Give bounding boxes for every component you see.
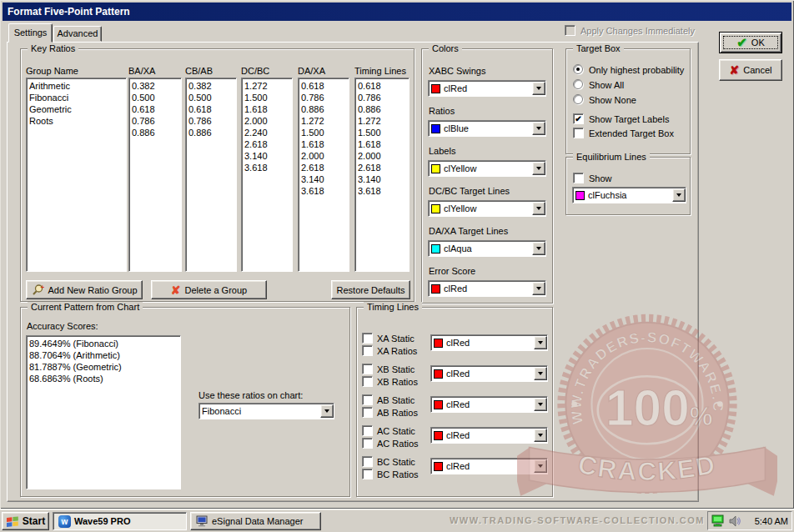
radio-button[interactable]	[573, 79, 583, 89]
list-item[interactable]: 1.618	[244, 103, 291, 115]
list-item[interactable]: 0.500	[188, 92, 235, 103]
color-combo[interactable]: clYellow	[428, 200, 546, 217]
list-item[interactable]: 1.272	[244, 80, 291, 92]
radio-button[interactable]	[573, 64, 583, 74]
list-item[interactable]: 2.618	[358, 162, 408, 173]
restore-defaults-button[interactable]: Restore Defaults	[331, 280, 410, 299]
ok-button[interactable]: ✔ OK	[719, 32, 782, 53]
list-item[interactable]: 88.7064% (Arithmetic)	[29, 349, 179, 361]
list-item[interactable]: 2.618	[301, 162, 348, 173]
title-bar[interactable]: Format Five-Point Pattern	[3, 3, 791, 21]
list-item[interactable]: 81.7887% (Geometric)	[29, 361, 179, 373]
dropdown-arrow-icon[interactable]	[534, 367, 547, 380]
list-item[interactable]: 0.786	[358, 92, 408, 103]
list-item[interactable]: 1.618	[301, 138, 348, 150]
static-checkbox[interactable]	[362, 425, 373, 436]
ratios-checkbox[interactable]	[362, 438, 373, 449]
list-item[interactable]: 0.886	[132, 127, 180, 138]
ratio-listbox[interactable]: 0.6180.7860.8861.2721.5001.6182.0002.618…	[354, 78, 410, 272]
list-item[interactable]: 0.500	[132, 92, 180, 103]
list-item[interactable]: 0.886	[358, 103, 408, 115]
list-item[interactable]: 0.618	[358, 80, 408, 92]
list-item[interactable]: 2.000	[301, 150, 348, 162]
static-checkbox[interactable]	[362, 394, 373, 405]
list-item[interactable]: 1.618	[358, 138, 408, 150]
network-status-icon[interactable]	[711, 514, 726, 528]
dropdown-arrow-icon[interactable]	[532, 162, 545, 175]
timing-color-combo[interactable]: clRed	[430, 396, 548, 413]
static-checkbox[interactable]	[362, 364, 373, 374]
list-item[interactable]: Arithmetic	[29, 80, 125, 92]
tab-advanced[interactable]: Advanced	[53, 26, 102, 42]
ratios-checkbox[interactable]	[362, 376, 373, 387]
dropdown-arrow-icon[interactable]	[532, 82, 545, 95]
volume-icon[interactable]	[728, 514, 741, 528]
list-item[interactable]: 89.4649% (Fibonacci)	[29, 338, 179, 349]
list-item[interactable]: 0.786	[188, 115, 235, 127]
tab-settings[interactable]: Settings	[8, 23, 53, 43]
ratios-checkbox[interactable]	[362, 407, 373, 418]
list-item[interactable]: 0.886	[188, 127, 235, 138]
list-item[interactable]: 1.500	[358, 127, 408, 138]
list-item[interactable]: 1.500	[244, 92, 291, 103]
target-box-checkbox[interactable]	[573, 128, 584, 138]
list-item[interactable]: 0.886	[301, 103, 348, 115]
list-item[interactable]: 3.140	[301, 173, 348, 185]
add-ratio-group-button[interactable]: + Add New Ratio Group	[26, 280, 143, 299]
list-item[interactable]: 3.618	[244, 162, 291, 173]
dropdown-arrow-icon[interactable]	[672, 188, 686, 202]
list-item[interactable]: 0.382	[188, 80, 235, 92]
cancel-button[interactable]: ✘ Cancel	[719, 59, 782, 81]
ratio-listbox[interactable]: 0.6180.7860.8861.2721.5001.6182.0002.618…	[298, 78, 349, 272]
timing-color-combo[interactable]: clRed	[430, 427, 548, 444]
list-item[interactable]: 0.786	[132, 115, 180, 127]
list-item[interactable]: 0.382	[132, 80, 180, 92]
color-combo[interactable]: clAqua	[428, 240, 546, 257]
ratio-listbox[interactable]: 0.3820.5000.6180.7860.886	[128, 78, 182, 272]
radio-button[interactable]	[573, 94, 583, 104]
list-item[interactable]: 3.618	[358, 185, 408, 197]
list-item[interactable]: Geometric	[29, 103, 125, 115]
dropdown-arrow-icon[interactable]	[532, 202, 545, 215]
list-item[interactable]: 3.140	[244, 150, 291, 162]
dropdown-arrow-icon[interactable]	[534, 398, 547, 411]
ratio-listbox[interactable]: 1.2721.5001.6182.0002.2402.6183.1403.618	[241, 78, 293, 272]
dropdown-arrow-icon[interactable]	[320, 404, 334, 418]
ratio-listbox[interactable]: ArithmeticFibonacciGeometricRoots	[26, 78, 127, 272]
accuracy-scores-listbox[interactable]: 89.4649% (Fibonacci)88.7064% (Arithmetic…	[26, 335, 181, 489]
list-item[interactable]: 0.618	[132, 103, 180, 115]
list-item[interactable]: 0.786	[301, 92, 348, 103]
color-combo[interactable]: clRed	[428, 80, 546, 97]
list-item[interactable]: Roots	[29, 115, 125, 127]
delete-group-button[interactable]: ✘ Delete a Group	[151, 280, 267, 299]
list-item[interactable]: Fibonacci	[29, 92, 125, 103]
list-item[interactable]: 68.6863% (Roots)	[29, 373, 179, 384]
timing-color-combo[interactable]: clRed	[430, 365, 548, 382]
color-combo[interactable]: clBlue	[428, 120, 546, 137]
use-ratios-combo[interactable]: Fibonacci	[198, 403, 334, 419]
dropdown-arrow-icon[interactable]	[532, 122, 545, 135]
ratios-checkbox[interactable]	[362, 469, 373, 479]
list-item[interactable]: 3.618	[301, 185, 348, 197]
timing-color-combo[interactable]: clRed	[430, 458, 548, 474]
ratios-checkbox[interactable]	[362, 345, 373, 356]
list-item[interactable]: 2.618	[244, 138, 291, 150]
color-combo[interactable]: clRed	[428, 280, 546, 297]
list-item[interactable]: 3.140	[358, 173, 408, 185]
target-box-checkbox[interactable]: ✔	[573, 113, 584, 124]
list-item[interactable]: 1.500	[301, 127, 348, 138]
static-checkbox[interactable]	[362, 456, 373, 467]
list-item[interactable]: 1.272	[358, 115, 408, 127]
color-combo[interactable]: clYellow	[428, 160, 546, 177]
static-checkbox[interactable]	[362, 333, 373, 344]
dropdown-arrow-icon[interactable]	[534, 459, 547, 473]
list-item[interactable]: 2.000	[244, 115, 291, 127]
list-item[interactable]: 2.000	[358, 150, 408, 162]
equilibrium-color-combo[interactable]: clFuchsia	[572, 187, 686, 203]
timing-color-combo[interactable]: clRed	[430, 334, 548, 351]
dropdown-arrow-icon[interactable]	[534, 336, 547, 349]
ratio-listbox[interactable]: 0.3820.5000.6180.7860.886	[185, 78, 237, 272]
dropdown-arrow-icon[interactable]	[532, 242, 545, 255]
dropdown-arrow-icon[interactable]	[534, 429, 547, 442]
list-item[interactable]: 0.618	[301, 80, 348, 92]
